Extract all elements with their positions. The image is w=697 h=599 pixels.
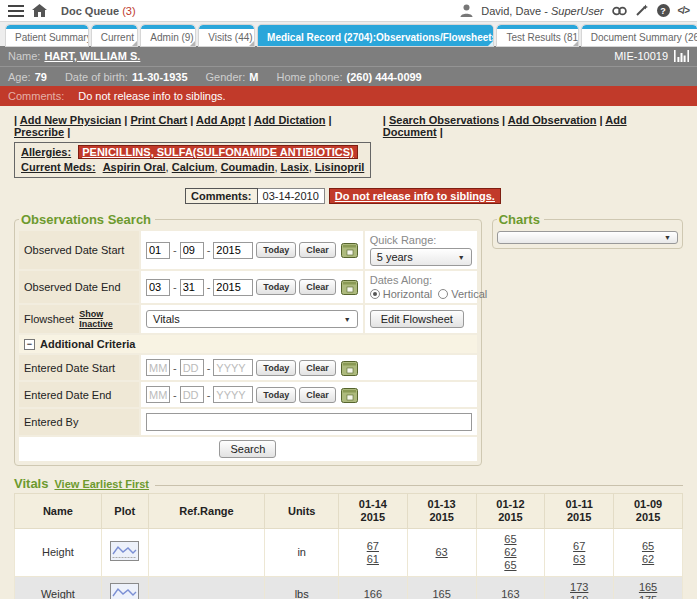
clear-button[interactable]: Clear xyxy=(299,360,336,376)
entered-end-year-input[interactable] xyxy=(213,386,253,403)
entered-start-month-input[interactable] xyxy=(146,359,170,376)
name-label: Name: xyxy=(8,50,40,62)
column-header-date: 01-132015 xyxy=(407,494,476,529)
observed-end-year-input[interactable] xyxy=(213,279,253,296)
calendar-icon[interactable] xyxy=(341,242,358,258)
edit-flowsheet-button[interactable]: Edit Flowsheet xyxy=(370,310,464,328)
clear-button[interactable]: Clear xyxy=(299,387,336,403)
link-add-dictation[interactable]: Add Dictation xyxy=(254,114,326,126)
observed-end-month-input[interactable] xyxy=(146,279,170,296)
observation-cell: 165 xyxy=(407,577,476,599)
calendar-icon[interactable] xyxy=(341,387,358,403)
menu-icon[interactable] xyxy=(8,5,24,17)
home-icon[interactable] xyxy=(32,4,47,17)
observation-value-link[interactable]: 63 xyxy=(547,553,611,566)
observation-value-link[interactable]: 62 xyxy=(616,553,680,566)
current-user[interactable]: David, Dave - SuperUser xyxy=(481,5,603,17)
observation-value-link[interactable]: 159 xyxy=(547,594,611,599)
entered-date-start-label: Entered Date Start xyxy=(19,355,139,380)
help-icon[interactable]: ? xyxy=(657,4,670,17)
entered-end-month-input[interactable] xyxy=(146,386,170,403)
column-header-date: 01-092015 xyxy=(614,494,683,529)
current-meds-label[interactable]: Current Meds: xyxy=(21,161,96,173)
observation-value-link[interactable]: 175 xyxy=(616,594,680,599)
med-link-aspirin-oral[interactable]: Aspirin Oral xyxy=(103,161,166,173)
observed-start-day-input[interactable] xyxy=(180,242,204,259)
today-button[interactable]: Today xyxy=(256,242,296,258)
link-print-chart[interactable]: Print Chart xyxy=(130,114,187,126)
observation-value-link[interactable]: 163 xyxy=(479,588,543,599)
observations-search-panel: Observations Search Observed Date Start … xyxy=(14,212,482,466)
link-add-new-physician[interactable]: Add New Physician xyxy=(20,114,121,126)
calendar-icon[interactable] xyxy=(341,279,358,295)
chevron-down-icon: ▼ xyxy=(664,234,671,241)
plot-thumbnail-icon[interactable] xyxy=(110,583,139,599)
charts-select[interactable]: ▼ xyxy=(497,231,678,244)
observed-end-day-input[interactable] xyxy=(180,279,204,296)
today-button[interactable]: Today xyxy=(256,279,296,295)
tab-current[interactable]: Current xyxy=(92,25,138,46)
entered-start-day-input[interactable] xyxy=(180,359,204,376)
today-button[interactable]: Today xyxy=(256,387,296,403)
patient-name-link[interactable]: HART, WILLIAM S. xyxy=(44,50,140,62)
med-link-calcium[interactable]: Calcium xyxy=(172,161,215,173)
link-search-observations[interactable]: Search Observations xyxy=(389,114,499,126)
tab-patient-summary[interactable]: Patient Summary xyxy=(6,25,88,46)
observation-value-link[interactable]: 166 xyxy=(341,588,405,599)
dates-along-horizontal-radio[interactable] xyxy=(370,289,380,299)
allergies-label[interactable]: Allergies: xyxy=(21,146,71,158)
observation-value-link[interactable]: 65 xyxy=(479,559,543,572)
observation-value-link[interactable]: 62 xyxy=(479,546,543,559)
observation-value-link[interactable]: 67 xyxy=(341,540,405,553)
collapse-icon[interactable]: − xyxy=(24,339,35,350)
link-add-appt[interactable]: Add Appt xyxy=(196,114,245,126)
patient-name-bar: Name: HART, WILLIAM S. MIE-10019 xyxy=(0,46,697,66)
med-link-coumadin[interactable]: Coumadin xyxy=(221,161,275,173)
dates-along-vertical-radio[interactable] xyxy=(438,289,448,299)
view-earliest-first-link[interactable]: View Earliest First xyxy=(54,478,149,490)
plot-thumbnail-icon[interactable] xyxy=(110,541,139,561)
med-link-lisinopril[interactable]: Lisinopril xyxy=(315,161,365,173)
dob-value: 11-30-1935 xyxy=(132,71,188,83)
entered-end-day-input[interactable] xyxy=(180,386,204,403)
med-link-lasix[interactable]: Lasix xyxy=(281,161,309,173)
search-button[interactable]: Search xyxy=(219,440,276,458)
today-button[interactable]: Today xyxy=(256,360,296,376)
observation-value-link[interactable]: 61 xyxy=(341,553,405,566)
observation-value-link[interactable]: 173 xyxy=(547,581,611,594)
observation-value-link[interactable]: 65 xyxy=(616,540,680,553)
link-prescribe[interactable]: Prescribe xyxy=(14,126,64,138)
link-chain-icon[interactable] xyxy=(612,5,627,17)
observation-value-link[interactable]: 165 xyxy=(616,581,680,594)
tab-document-summary[interactable]: Document Summary (267) xyxy=(582,25,697,46)
column-header-date: 01-142015 xyxy=(338,494,407,529)
allergy-value-link[interactable]: PENICILLINS, SULFA(SULFONAMIDE ANTIBIOTI… xyxy=(78,145,358,159)
observation-value-link[interactable]: 67 xyxy=(547,540,611,553)
observation-value-link[interactable]: 165 xyxy=(410,588,474,599)
clear-button[interactable]: Clear xyxy=(299,279,336,295)
show-inactive-link[interactable]: Show Inactive xyxy=(79,309,134,329)
code-icon[interactable]: </> xyxy=(678,5,689,16)
gender-value: M xyxy=(249,71,258,83)
observed-start-year-input[interactable] xyxy=(213,242,253,259)
tab-test-results[interactable]: Test Results (81) xyxy=(497,25,577,46)
wand-icon[interactable] xyxy=(635,4,649,17)
chart-icon[interactable] xyxy=(674,50,689,62)
observation-value-link[interactable]: 65 xyxy=(479,533,543,546)
entered-start-year-input[interactable] xyxy=(213,359,253,376)
patient-comments-bar: Comments: Do not release info to sibling… xyxy=(0,86,697,106)
link-add-observation[interactable]: Add Observation xyxy=(508,114,597,126)
observed-start-month-input[interactable] xyxy=(146,242,170,259)
tab-visits[interactable]: Visits (44) xyxy=(199,25,254,46)
flowsheet-select[interactable]: Vitals ▼ xyxy=(146,310,358,328)
entered-by-input[interactable] xyxy=(146,413,472,431)
clear-button[interactable]: Clear xyxy=(299,242,336,258)
quick-range-select[interactable]: 5 years ▼ xyxy=(370,248,472,266)
tab-medical-record[interactable]: Medical Record (2704):Observations/Flows… xyxy=(258,25,493,46)
calendar-icon[interactable] xyxy=(341,360,358,376)
observation-value-link[interactable]: 63 xyxy=(410,546,474,559)
doc-queue-link[interactable]: Doc Queue (3) xyxy=(61,5,136,17)
tab-admin[interactable]: Admin (9) xyxy=(141,25,195,46)
gender-label: Gender: xyxy=(206,71,246,83)
chart-comments-note-link[interactable]: Do not release info to siblings. xyxy=(329,188,501,204)
